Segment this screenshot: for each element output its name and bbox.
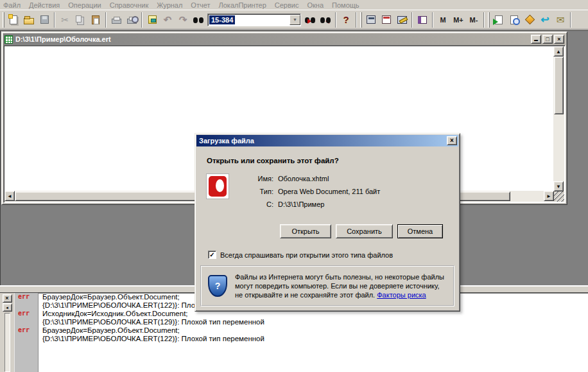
close-button[interactable]: × xyxy=(554,35,564,44)
memory-plus-button[interactable]: M+ xyxy=(451,13,466,27)
find-next-icon xyxy=(305,17,315,23)
view-document-button[interactable] xyxy=(506,13,522,27)
cut-button[interactable] xyxy=(57,13,73,27)
menu-item-journal[interactable]: Журнал xyxy=(157,1,182,9)
cut-icon xyxy=(61,15,69,25)
menu-item-operations[interactable]: Операции xyxy=(68,1,101,9)
resize-grip[interactable] xyxy=(554,191,564,202)
print-preview-icon xyxy=(127,19,137,24)
error-code-line[interactable]: БраузерДок=Браузер.Объект.Document; xyxy=(42,326,264,335)
message-panel-close-button[interactable]: × xyxy=(3,294,12,303)
message-panel-collapse-button[interactable]: ◄ xyxy=(3,303,12,312)
calendar-button[interactable] xyxy=(379,13,394,27)
open-button[interactable] xyxy=(21,13,37,27)
security-warning-box: ? Файлы из Интернета могут быть полезны,… xyxy=(200,265,454,306)
help-icon: ? xyxy=(343,14,349,25)
toolbar-handle[interactable] xyxy=(3,12,4,28)
help-button[interactable]: ? xyxy=(338,13,354,27)
arrow-right-icon: ► xyxy=(546,193,551,199)
error-entry[interactable]: err БраузерДок=Браузер.Объект.Document; … xyxy=(14,326,588,343)
book-button[interactable] xyxy=(415,13,430,27)
file-name-label: Имя: xyxy=(240,175,273,182)
undo-icon xyxy=(164,14,172,26)
new-document-button[interactable] xyxy=(6,13,21,27)
menu-item-report[interactable]: Отчет xyxy=(191,1,210,9)
find-previous-icon xyxy=(320,17,331,23)
file-type-row: Тип: Opera Web Document, 211 байт xyxy=(240,188,380,195)
always-ask-checkbox[interactable]: ✓ xyxy=(208,251,216,259)
redo-button[interactable] xyxy=(175,13,191,27)
find-previous-button[interactable] xyxy=(318,13,333,27)
undo-button[interactable] xyxy=(160,13,175,27)
risk-factors-link[interactable]: Факторы риска xyxy=(377,291,426,299)
print-preview-button[interactable] xyxy=(124,13,139,27)
menu-bar: Файл Действия Операции Справочник Журнал… xyxy=(0,0,588,10)
toolbar-handle[interactable] xyxy=(488,12,490,28)
view-document-icon xyxy=(510,15,518,24)
import-button[interactable] xyxy=(491,13,506,27)
vertical-scrollbar-thumb[interactable] xyxy=(554,57,564,114)
dialog-titlebar[interactable]: Загрузка файла × xyxy=(196,135,458,146)
menu-item-windows[interactable]: Окна xyxy=(307,1,324,9)
minimize-button[interactable]: ▬ xyxy=(531,35,541,44)
error-detail-line[interactable]: {D:\3\1\ПРИМЕР\ОБОЛОЧКА.ERT(122)}: Плохо… xyxy=(42,335,264,343)
combobox-dropdown-button[interactable]: ▼ xyxy=(290,15,300,25)
menu-item-reference[interactable]: Справочник xyxy=(110,1,149,9)
menu-item-actions[interactable]: Действия xyxy=(29,1,60,9)
calculator-icon xyxy=(367,15,376,24)
scroll-right-button[interactable]: ► xyxy=(544,191,554,201)
exit-button[interactable] xyxy=(144,13,160,27)
toolbar-separator xyxy=(411,12,413,28)
paste-button[interactable] xyxy=(88,13,103,27)
maximize-button[interactable]: □ xyxy=(542,35,553,44)
close-icon: × xyxy=(5,296,8,301)
error-detail-line[interactable]: {D:\3\1\ПРИМЕР\ОБОЛОЧКА.ERT(129)}: Плохо… xyxy=(42,318,264,326)
menu-item-localprinter[interactable]: ЛокалПринтер xyxy=(218,1,266,9)
dialog-question: Открыть или сохранить этот файл? xyxy=(207,157,339,164)
scroll-left-button[interactable]: ◄ xyxy=(4,191,15,201)
file-source-row: С: D:\3\1\Пример xyxy=(240,200,380,208)
form-editor-button[interactable] xyxy=(394,13,410,27)
memory-button[interactable]: M xyxy=(435,13,451,27)
menu-item-file[interactable]: Файл xyxy=(3,1,21,9)
scroll-up-button[interactable]: ▲ xyxy=(553,46,564,57)
file-source-value: D:\3\1\Пример xyxy=(278,200,324,208)
always-ask-row: ✓ Всегда спрашивать при открытии этого т… xyxy=(208,251,393,259)
calculator-button[interactable] xyxy=(363,13,379,27)
vertical-scrollbar[interactable]: ▲ ▼ xyxy=(553,46,564,191)
find-next-button[interactable] xyxy=(302,13,318,27)
error-tag: err xyxy=(14,326,39,343)
scroll-down-button[interactable]: ▼ xyxy=(553,181,564,191)
message-panel-scrollbar[interactable] xyxy=(4,313,10,372)
save-button[interactable] xyxy=(37,13,52,27)
memory-minus-button[interactable]: M- xyxy=(466,13,481,27)
back-button[interactable] xyxy=(537,13,553,27)
error-entry[interactable]: err ИсходникДок=Исходник.Объект.Document… xyxy=(14,310,588,326)
toolbar-separator xyxy=(105,12,107,28)
save-file-button[interactable]: Сохранить xyxy=(336,224,393,238)
find-button[interactable] xyxy=(191,13,206,27)
toolbar-separator xyxy=(356,12,357,28)
always-ask-label: Всегда спрашивать при открытии этого тип… xyxy=(220,251,393,259)
editor-window-titlebar[interactable]: D:\3\1\Пример\Оболочка.ert ▬ □ × xyxy=(3,33,566,45)
security-shield-icon: ? xyxy=(208,275,227,297)
toolbar-separator xyxy=(432,12,433,28)
toolbar-handle[interactable] xyxy=(360,12,362,28)
menu-item-help[interactable]: Помощь xyxy=(332,1,359,9)
dialog-title: Загрузка файла xyxy=(199,137,254,145)
arrow-up-icon: ▲ xyxy=(556,49,561,55)
package-button[interactable] xyxy=(522,13,537,27)
dialog-close-button[interactable]: × xyxy=(447,136,457,145)
redo-icon xyxy=(179,14,187,26)
arrow-left-icon: ◄ xyxy=(5,306,9,310)
open-file-button[interactable]: Открыть xyxy=(280,224,331,238)
menu-item-service[interactable]: Сервис xyxy=(275,1,299,9)
book-icon xyxy=(418,16,427,24)
copy-button[interactable] xyxy=(73,13,88,27)
context-combobox[interactable]: 15-384 ▼ xyxy=(207,13,301,26)
cancel-button[interactable]: Отмена xyxy=(397,224,443,238)
calendar-icon xyxy=(382,15,391,24)
print-button[interactable] xyxy=(108,13,124,27)
toolbar-separator xyxy=(335,12,336,28)
mail-button[interactable] xyxy=(553,13,568,27)
